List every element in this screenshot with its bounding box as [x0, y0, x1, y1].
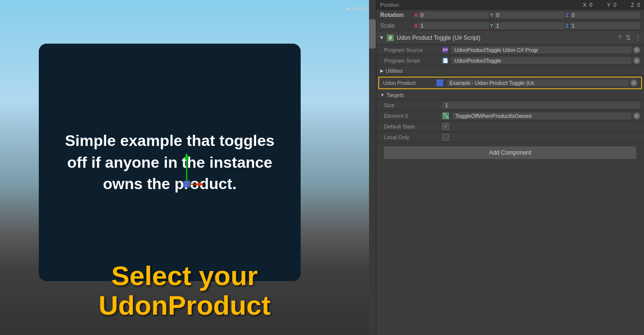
rotation-xyz: X 0 Y 0 Z 0 — [414, 12, 640, 18]
scale-y-item[interactable]: Y 1 — [490, 22, 564, 29]
size-value[interactable]: 1 — [442, 102, 640, 109]
csharp-icon: C# — [442, 47, 448, 53]
scale-x-value: 1 — [419, 22, 489, 29]
udon-product-icon — [436, 80, 443, 86]
scene-content-box: Simple example that toggles off if anyon… — [39, 44, 301, 281]
inspector-panel: Position X 0 Y 0 Z 0 Rotation X 0 Y 0 Z … — [376, 0, 644, 335]
scale-y-value: 1 — [494, 22, 564, 29]
component-title: Udon Product Toggle (U# Script) — [397, 34, 615, 41]
bottom-overlay: Select your UdonProduct — [0, 261, 369, 320]
utilities-section[interactable]: ▶ Utilities — [376, 66, 644, 76]
targets-arrow: ▼ — [380, 93, 385, 97]
add-component-button[interactable]: Add Component — [384, 146, 636, 159]
local-only-value — [442, 134, 640, 141]
rotation-x-value: 0 — [419, 12, 489, 18]
local-only-row: Local Only — [376, 132, 644, 143]
rotation-y-item[interactable]: Y 0 — [490, 12, 564, 18]
rotation-z-item[interactable]: Z 0 — [565, 12, 640, 18]
default-state-row: Default State ✓ — [376, 121, 644, 132]
scale-x-item[interactable]: X 1 — [414, 22, 489, 29]
settings-icon[interactable]: ⇅ — [626, 34, 631, 41]
scale-row: Scale X 1 Y 1 Z 1 — [376, 20, 644, 31]
scene-scrollbar-thumb — [369, 19, 376, 48]
file-icon: 📄 — [442, 58, 448, 64]
pos-z-header: Z 0 — [631, 2, 640, 8]
element0-select-btn[interactable]: ⊙ — [633, 112, 640, 119]
element0-label: Element 0 — [384, 113, 442, 119]
scale-z-value: 1 — [570, 22, 640, 29]
udon-product-value-text[interactable]: Example - Udon Product Toggle (Uc — [447, 80, 628, 86]
rotation-row: Rotation X 0 Y 0 Z 0 — [376, 10, 644, 20]
scale-y-letter: Y — [490, 23, 493, 29]
default-state-label: Default State — [384, 124, 442, 129]
program-source-text[interactable]: UdonProductToggle Udon C# Progr — [451, 47, 631, 53]
program-script-label: Program Script — [384, 58, 442, 64]
help-icon[interactable]: ? — [618, 34, 622, 41]
menu-icon[interactable]: ⋮ — [635, 34, 641, 41]
rotation-y-value: 0 — [494, 12, 564, 18]
default-state-value: ✓ — [442, 123, 640, 130]
scale-label: Scale — [380, 22, 414, 29]
utilities-label: Utilities — [386, 68, 402, 74]
scale-z-letter: Z — [565, 23, 569, 29]
select-your-text: Select your — [0, 261, 369, 291]
scale-xyz: X 1 Y 1 Z 1 — [414, 22, 640, 29]
scene-scrollbar[interactable] — [369, 0, 376, 335]
svg-rect-4 — [183, 181, 190, 188]
rotation-x-item[interactable]: X 0 — [414, 12, 489, 18]
rotation-y-letter: Y — [490, 12, 493, 18]
program-script-select-btn[interactable]: ⊙ — [633, 57, 640, 64]
local-only-label: Local Only — [384, 134, 442, 140]
svg-marker-3 — [198, 182, 204, 187]
component-collapse-arrow: ▼ — [379, 35, 384, 40]
program-script-row: Program Script 📄 UdonProductToggle ⊙ — [376, 55, 644, 66]
size-value-container: 1 — [442, 102, 640, 109]
inspector-top-bar: Position X 0 Y 0 Z 0 — [376, 0, 644, 10]
element0-icon: 🔧 — [442, 112, 449, 119]
local-only-checkbox[interactable] — [442, 134, 449, 141]
program-source-label: Program Source — [384, 47, 442, 53]
program-script-value: 📄 UdonProductToggle ⊙ — [442, 57, 640, 64]
component-header[interactable]: ▼ # Udon Product Toggle (U# Script) ? ⇅ … — [376, 31, 644, 45]
size-row: Size 1 — [376, 100, 644, 111]
default-state-checkbox[interactable]: ✓ — [442, 123, 449, 130]
udon-product-select-btn[interactable]: ⊙ — [630, 80, 637, 86]
element0-value-container: 🔧 ToggleOffWhenProductIsOwned ⊙ — [442, 112, 640, 119]
udon-product-label: Udon Product — [383, 80, 436, 86]
scale-x-letter: X — [414, 23, 418, 29]
udon-product-value-container: Example - Udon Product Toggle (Uc ⊙ — [436, 80, 637, 86]
size-label: Size — [384, 102, 442, 108]
svg-marker-1 — [184, 153, 189, 159]
rotation-z-value: 0 — [570, 12, 640, 18]
rotation-x-letter: X — [414, 12, 418, 18]
element0-row: Element 0 🔧 ToggleOffWhenProductIsOwned … — [376, 111, 644, 121]
program-script-text[interactable]: UdonProductToggle — [451, 57, 631, 64]
pos-x-header: X 0 — [583, 2, 593, 8]
pos-y-header: Y 0 — [607, 2, 616, 8]
targets-section[interactable]: ▼ Targets — [376, 90, 644, 100]
scene-view: ◄ Back Simple example that toggles off i… — [0, 0, 376, 335]
component-hash-icon: # — [387, 34, 394, 41]
program-source-row: Program Source C# UdonProductToggle Udon… — [376, 45, 644, 55]
scale-z-item[interactable]: Z 1 — [565, 22, 640, 29]
component-icons: ? ⇅ ⋮ — [618, 34, 641, 41]
rotation-label: Rotation — [380, 12, 414, 18]
element0-value[interactable]: ToggleOffWhenProductIsOwned — [452, 112, 631, 119]
rotation-z-letter: Z — [565, 12, 569, 18]
position-label: Position — [380, 2, 399, 8]
gizmo-arrows — [170, 150, 204, 194]
targets-label: Targets — [386, 92, 404, 98]
back-button[interactable]: ◄ Back — [344, 5, 366, 12]
utilities-arrow: ▶ — [380, 68, 384, 73]
program-source-select-btn[interactable]: ⊙ — [633, 47, 640, 53]
udon-product-row[interactable]: Udon Product Example - Udon Product Togg… — [378, 77, 642, 89]
program-source-value: C# UdonProductToggle Udon C# Progr ⊙ — [442, 47, 640, 53]
udonproduct-text: UdonProduct — [0, 290, 369, 320]
